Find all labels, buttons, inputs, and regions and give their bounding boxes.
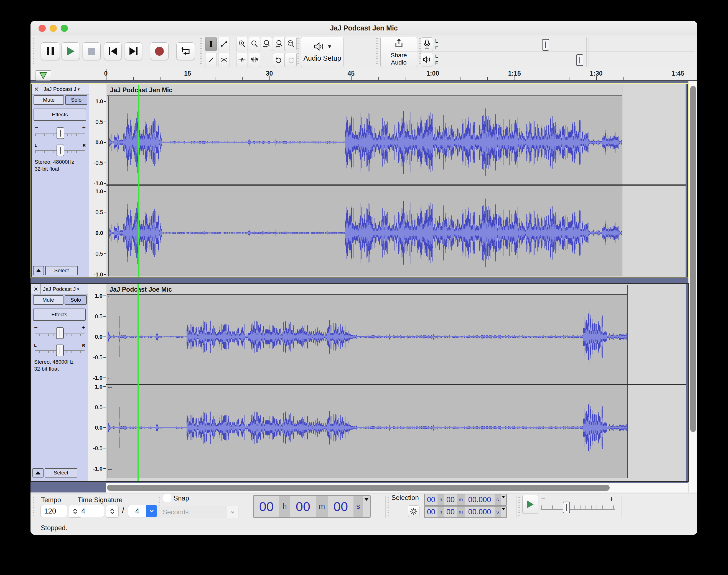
waveform-channel-2[interactable]	[106, 385, 686, 478]
track-name-dropdown[interactable]: JaJ Podcast J ▼	[41, 84, 89, 94]
selection-start-minutes[interactable]: 00	[444, 495, 457, 505]
playback-volume-slider[interactable]	[576, 54, 583, 66]
position-seconds[interactable]: 00	[328, 496, 353, 517]
snap-unit-dropdown[interactable]: Seconds	[159, 506, 239, 518]
waveform-channel-2[interactable]	[106, 185, 686, 276]
titlebar[interactable]: JaJ Podcast Jen Mic	[31, 21, 697, 36]
selection-start-display[interactable]: 00 h 00 m 00.000 s	[424, 494, 507, 506]
toolbar-grip[interactable]	[33, 38, 34, 66]
horizontal-scrollbar-thumb[interactable]	[107, 485, 610, 491]
toolbar-grip[interactable]	[297, 38, 299, 66]
vertical-scrollbar-thumb[interactable]	[690, 86, 696, 432]
time-format-dropdown-icon[interactable]	[363, 496, 370, 517]
record-meter-bar[interactable]	[443, 37, 585, 51]
pan-slider[interactable]: L R	[34, 141, 86, 156]
toolbar-grip[interactable]	[33, 497, 34, 516]
audio-position-display[interactable]: 00 h 00 m 00 s	[253, 495, 371, 518]
skip-to-start-button[interactable]	[104, 42, 122, 60]
playback-meter-bar[interactable]	[443, 53, 585, 66]
collapse-track-button[interactable]	[32, 468, 43, 477]
vertical-scale[interactable]: 1.00.50.0-0.5-1.01.00.50.0-0.5-1.0	[88, 284, 106, 481]
collapse-track-button[interactable]	[33, 266, 44, 275]
redo-button[interactable]	[285, 53, 297, 67]
selection-format-dropdown-icon[interactable]	[501, 507, 506, 517]
speed-slider-thumb[interactable]	[563, 502, 570, 513]
pan-slider[interactable]: L R	[34, 341, 86, 356]
selection-start-hours[interactable]: 00	[425, 495, 438, 505]
toolbar-grip[interactable]	[518, 497, 520, 516]
waveform-channel-1[interactable]	[106, 295, 686, 384]
channel-divider[interactable]	[106, 184, 686, 185]
trim-audio-button[interactable]	[236, 53, 248, 67]
pause-button[interactable]	[41, 42, 60, 60]
silence-audio-button[interactable]	[249, 53, 260, 67]
gain-slider-thumb[interactable]	[57, 127, 64, 139]
snap-checkbox[interactable]	[163, 494, 171, 502]
position-minutes[interactable]: 00	[290, 496, 316, 517]
zoom-project-button[interactable]	[273, 37, 285, 51]
effects-button[interactable]: Effects	[33, 309, 86, 321]
loop-button[interactable]	[176, 42, 195, 60]
selection-end-display[interactable]: 00 h 00 m 00.000 s	[424, 506, 507, 518]
selection-start-seconds[interactable]: 00.000	[465, 495, 495, 505]
draw-tool-button[interactable]	[205, 53, 217, 67]
zoom-selection-button[interactable]	[261, 37, 272, 51]
waveform-channel-1[interactable]	[106, 96, 686, 184]
vertical-scrollbar[interactable]	[688, 81, 697, 493]
track-close-button[interactable]: ✕	[31, 284, 41, 294]
toolbar-grip[interactable]	[387, 497, 389, 516]
vertical-scale[interactable]: 1.00.50.0-0.5-1.01.00.50.0-0.5-1.0	[89, 84, 106, 277]
pan-slider-thumb[interactable]	[56, 344, 64, 356]
timeline-ruler[interactable]: 01530451:001:151:301:45	[31, 69, 697, 81]
pan-slider-thumb[interactable]	[57, 144, 64, 156]
time-signature-numerator-input[interactable]	[77, 505, 104, 517]
stop-button[interactable]	[83, 42, 101, 60]
clip-title-bar[interactable]: JaJ Podcast Joe Mic	[107, 285, 628, 295]
undo-button[interactable]	[273, 53, 285, 67]
toolbar-grip[interactable]	[200, 38, 202, 66]
zoom-toggle-button[interactable]	[285, 37, 297, 51]
clip-title-bar[interactable]: JaJ Podcast Jen Mic	[107, 85, 622, 96]
selection-end-minutes[interactable]: 00	[444, 507, 457, 517]
selection-tool-button[interactable]: I	[205, 37, 217, 51]
audio-setup-button[interactable]: Audio Setup	[301, 37, 344, 67]
solo-button[interactable]: Solo	[65, 95, 87, 105]
horizontal-scrollbar[interactable]	[106, 483, 688, 493]
toolbar-grip[interactable]	[376, 38, 378, 66]
gain-slider[interactable]: − +	[34, 324, 86, 339]
solo-button[interactable]: Solo	[65, 295, 87, 305]
waveform-area[interactable]: JaJ Podcast Joe Mic←←←←	[106, 284, 686, 481]
selection-end-hours[interactable]: 00	[425, 507, 438, 517]
position-hours[interactable]: 00	[254, 496, 279, 517]
selection-format-dropdown-icon[interactable]	[501, 495, 506, 505]
selection-end-seconds[interactable]: 00.000	[465, 507, 495, 517]
gain-slider-thumb[interactable]	[56, 327, 64, 339]
tempo-input[interactable]	[40, 505, 67, 517]
zoom-in-button[interactable]	[236, 37, 248, 51]
mute-button[interactable]: Mute	[34, 95, 64, 105]
speed-slider-track[interactable]	[541, 509, 615, 510]
mute-button[interactable]: Mute	[33, 295, 63, 305]
play-button[interactable]	[62, 42, 80, 60]
waveform-area[interactable]: JaJ Podcast Jen Mic	[106, 84, 686, 277]
record-meter-button[interactable]	[421, 37, 433, 51]
skip-to-end-button[interactable]	[125, 42, 142, 60]
multi-tool-button[interactable]	[218, 53, 230, 67]
share-audio-button[interactable]: Share Audio	[380, 37, 417, 67]
play-at-speed-button[interactable]	[522, 495, 538, 514]
timeline-options-button[interactable]	[35, 70, 51, 80]
track-close-button[interactable]: ✕	[32, 84, 41, 94]
select-button[interactable]: Select	[44, 468, 77, 477]
select-button[interactable]: Select	[45, 266, 78, 275]
effects-button[interactable]: Effects	[34, 109, 86, 121]
track-name-dropdown[interactable]: JaJ Podcast J ▼	[41, 284, 88, 294]
time-signature-denominator-dropdown[interactable]: 4	[128, 505, 157, 517]
envelope-tool-button[interactable]	[218, 37, 230, 51]
zoom-out-button[interactable]	[249, 37, 260, 51]
time-signature-stepper[interactable]	[106, 505, 119, 518]
channel-divider[interactable]	[106, 384, 686, 385]
selection-options-gear-button[interactable]	[408, 505, 419, 517]
record-volume-slider[interactable]	[542, 39, 549, 51]
record-button[interactable]	[150, 42, 168, 60]
playback-meter-button[interactable]	[421, 53, 433, 66]
